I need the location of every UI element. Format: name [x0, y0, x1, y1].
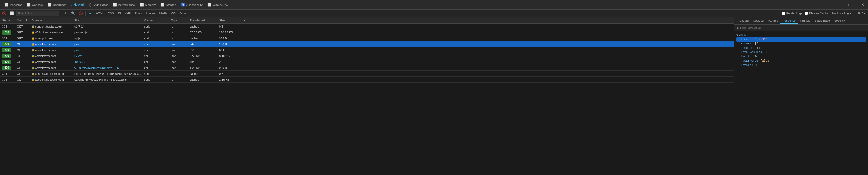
- json-row[interactable]: Offset: 0: [737, 63, 866, 67]
- tab-response[interactable]: Response: [780, 18, 798, 24]
- table-row[interactable]: 200GET🔒www.lowes.comv1_0?maxResults=1&qu…: [0, 65, 734, 71]
- right-panel: Headers Cookies Params Response Timings …: [734, 17, 868, 175]
- cell-size: 270.86 KB: [218, 31, 242, 34]
- more-btn[interactable]: ⋯: [852, 2, 858, 8]
- toolbar-btn-accessibility[interactable]: ♿ Accessibility: [179, 2, 205, 8]
- table-row[interactable]: 200GET🔒www.lowes.comprodxhrjson851 B66 B: [0, 47, 734, 53]
- filter-media[interactable]: Media: [157, 11, 169, 16]
- cell-status: 304: [1, 25, 16, 28]
- toolbar-btn-style-editor[interactable]: {} Style Editor: [87, 2, 110, 8]
- cell-method: GET: [16, 31, 31, 34]
- filter-fonts[interactable]: Fonts: [133, 11, 144, 16]
- accessibility-icon: ♿: [181, 3, 185, 7]
- json-section-header[interactable]: ▼ JSON: [737, 33, 866, 37]
- json-value: []: [755, 42, 758, 45]
- toolbar-btn-performance[interactable]: ⬜ Performance: [111, 2, 137, 8]
- json-row[interactable]: Limit: 10: [737, 54, 866, 59]
- cell-file: prod: [73, 42, 143, 46]
- cell-cause: script: [143, 37, 170, 40]
- filter-xhr[interactable]: XHR: [123, 11, 133, 16]
- json-row[interactable]: Errors: []: [737, 41, 866, 46]
- cell-cause: xhr: [143, 60, 170, 63]
- toolbar-btn-debugger[interactable]: ⬜ Debugger: [45, 2, 68, 8]
- json-row[interactable]: TotalResults: 0: [737, 50, 866, 54]
- toolbar-label-style-editor: Style Editor: [93, 3, 108, 6]
- table-row[interactable]: 304GET🔒assets.adobedtm.comsatellite-5c7e…: [0, 77, 734, 83]
- lock-icon: 🔒: [32, 61, 35, 63]
- persist-logs-label[interactable]: Persist Logs: [782, 11, 803, 15]
- cell-transferred: 3.50 KB: [189, 54, 218, 58]
- toolbar-btn-whats-new[interactable]: ⬜ What's New: [205, 2, 230, 8]
- panel-filter-input[interactable]: [740, 26, 866, 29]
- table-row[interactable]: 200GET🔒www.lowes.comprodxhrjson847 B100 …: [0, 41, 734, 47]
- filter-urls-input[interactable]: [16, 11, 59, 16]
- tab-stack-trace[interactable]: Stack Trace: [812, 18, 832, 24]
- json-key: Results:: [741, 46, 756, 50]
- search-btn[interactable]: 🔍: [70, 10, 76, 17]
- toolbar-btn-memory[interactable]: ⬜ Memory: [138, 2, 158, 8]
- cell-status: 304: [1, 37, 16, 40]
- toolbar-btn-inspector[interactable]: ⬜ Inspector: [2, 2, 24, 8]
- filter-images[interactable]: Images: [144, 11, 157, 16]
- filter-ws[interactable]: WS: [169, 11, 177, 16]
- dock-btn[interactable]: □: [837, 2, 843, 8]
- tab-cookies[interactable]: Cookies: [751, 18, 766, 24]
- toolbar-btn-console[interactable]: ⬜ Console: [24, 2, 45, 8]
- cell-cause: xhr: [143, 66, 170, 69]
- col-domain: Domain: [31, 19, 73, 22]
- cell-method: GET: [16, 66, 31, 69]
- filter-js[interactable]: JS: [116, 11, 123, 16]
- col-cause: Cause: [143, 19, 170, 22]
- har-btn[interactable]: HAR ▾: [855, 11, 867, 16]
- cell-method: GET: [16, 49, 31, 52]
- filter-other[interactable]: Other: [178, 11, 189, 16]
- toolbar-btn-network[interactable]: ↕ Network: [69, 2, 87, 8]
- cell-type: js: [170, 78, 189, 81]
- filter-tags: All HTML CSS JS XHR Fonts Images Media W…: [87, 11, 189, 16]
- table-row[interactable]: 200GET🔒d39vf9bwtb4sua.clou...product.jss…: [0, 29, 734, 35]
- lock-icon: 🔒: [32, 25, 35, 28]
- col-sort[interactable]: ▲: [242, 19, 250, 22]
- filter-icon: ⬜: [8, 10, 15, 17]
- cell-size: 8.10 KB: [218, 54, 242, 58]
- performance-icon: ⬜: [113, 3, 117, 7]
- cell-domain: 🔒www.lowes.com: [31, 49, 73, 52]
- toolbar-label-memory: Memory: [145, 3, 156, 6]
- json-row[interactable]: Results: []: [737, 46, 866, 50]
- tab-params[interactable]: Params: [766, 18, 780, 24]
- json-row[interactable]: Locale: "en_US": [737, 37, 866, 41]
- table-row[interactable]: 304GET🔒a.sellpoint.netsp.jsscriptjscache…: [0, 35, 734, 41]
- table-row[interactable]: 200GET🔒www.lowes.comGuestxhrjson3.50 KB8…: [0, 53, 734, 59]
- cell-type: js: [170, 72, 189, 75]
- clear-btn[interactable]: 🚫: [1, 10, 7, 17]
- throttle-btn[interactable]: No Throttling ▾: [831, 11, 853, 16]
- close-btn[interactable]: ✕: [860, 2, 866, 8]
- table-row[interactable]: 304GET🔒assets.adobedtm.commbox-contents-…: [0, 71, 734, 77]
- toolbar-label-debugger: Debugger: [53, 3, 66, 6]
- tab-headers[interactable]: Headers: [735, 18, 751, 24]
- filter-all[interactable]: All: [87, 11, 94, 16]
- disable-cache-label[interactable]: Disable Cache: [805, 11, 828, 15]
- block-btn[interactable]: 🚫: [78, 10, 84, 17]
- persist-logs-checkbox[interactable]: [782, 11, 785, 15]
- json-key: Locale:: [741, 38, 755, 41]
- table-row[interactable]: 304GET🔒consent.trustarc.comv1.7-14script…: [0, 24, 734, 29]
- undock-btn[interactable]: □: [844, 2, 851, 8]
- cell-cause: script: [143, 25, 170, 28]
- tab-timings[interactable]: Timings: [798, 18, 812, 24]
- toolbar-btn-storage[interactable]: ⬜ Storage: [158, 2, 179, 8]
- table-row[interactable]: 200GET🔒www.lowes.com1059.99xhrjson784 B2…: [0, 59, 734, 65]
- top-toolbar: ⬜ Inspector ⬜ Console ⬜ Debugger ↕ Netwo…: [0, 0, 868, 10]
- json-row[interactable]: HasErrors: false: [737, 59, 866, 63]
- disable-cache-checkbox[interactable]: [805, 11, 808, 15]
- filter-css[interactable]: CSS: [106, 11, 116, 16]
- json-section-label: JSON: [739, 33, 746, 37]
- filter-html[interactable]: HTML: [94, 11, 105, 16]
- toolbar-right: Persist Logs Disable Cache No Throttling…: [782, 11, 867, 16]
- pause-btn[interactable]: ⏸: [62, 10, 69, 17]
- toolbar-label-network: Network: [74, 3, 84, 6]
- table-body: 304GET🔒consent.trustarc.comv1.7-14script…: [0, 24, 734, 175]
- json-value: false: [760, 59, 769, 62]
- tab-security[interactable]: Security: [832, 18, 847, 24]
- toolbar-label-console: Console: [32, 3, 42, 6]
